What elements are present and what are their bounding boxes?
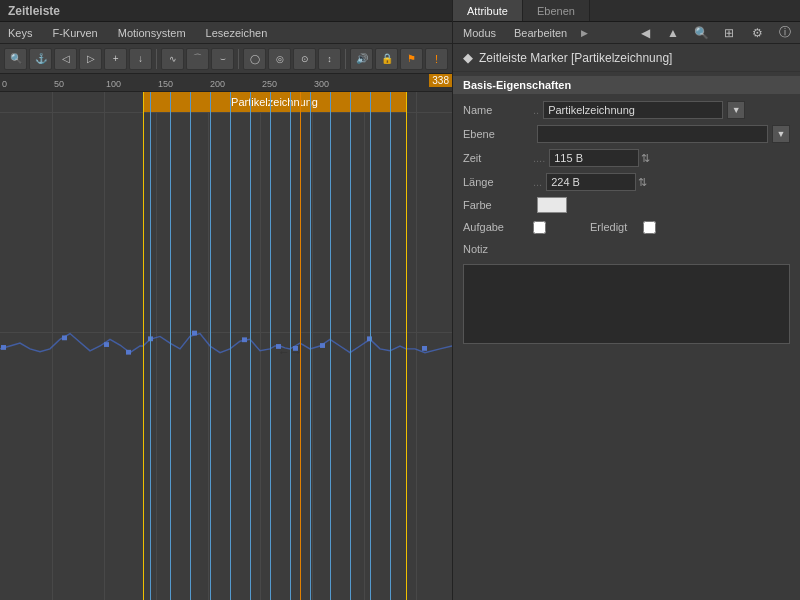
ebene-btn[interactable]: ▼ <box>772 125 790 143</box>
svg-rect-8 <box>293 346 298 351</box>
plus-button[interactable]: + <box>104 48 127 70</box>
notiz-label: Notiz <box>463 243 533 255</box>
settings-icon-btn[interactable]: ⚙ <box>748 24 766 42</box>
ebene-label: Ebene <box>463 128 533 140</box>
anchor-button[interactable]: ⚓ <box>29 48 52 70</box>
menu-arrow: ▶ <box>581 28 588 38</box>
keyframe-line <box>250 92 251 600</box>
track-name: Partikelzeichnung <box>231 96 318 108</box>
ruler-0: 0 <box>2 74 7 91</box>
grid-line <box>208 92 209 600</box>
excl-button[interactable]: ! <box>425 48 448 70</box>
name-label: Name <box>463 104 533 116</box>
circle2-button[interactable]: ◎ <box>268 48 291 70</box>
menu-bearbeiten[interactable]: Bearbeiten <box>510 25 571 41</box>
info-icon-btn[interactable]: ⓘ <box>776 24 794 42</box>
title-bar: Zeitleiste <box>0 0 452 22</box>
menu-lesezeichen[interactable]: Lesezeichen <box>202 25 272 41</box>
laenge-spinner[interactable]: ⇅ <box>638 176 647 189</box>
keyframe-line <box>210 92 211 600</box>
props-section: Basis-Eigenschaften Name .. ▼ Ebene ▼ Ze… <box>453 72 800 352</box>
prop-row-name: Name .. ▼ <box>453 98 800 122</box>
farbe-label: Farbe <box>463 199 533 211</box>
zeit-label: Zeit <box>463 152 533 164</box>
marker-line-end <box>406 92 407 600</box>
menu-fkurven[interactable]: F-Kurven <box>48 25 101 41</box>
keyframe-line <box>150 92 151 600</box>
name-input[interactable] <box>543 101 723 119</box>
arrow-left-button[interactable]: ◁ <box>54 48 77 70</box>
timeline-panel: Zeitleiste Keys F-Kurven Motionsystem Le… <box>0 0 452 600</box>
svg-rect-3 <box>126 350 131 355</box>
lock-button[interactable]: 🔒 <box>375 48 398 70</box>
note-textarea[interactable] <box>468 269 785 339</box>
marker-header: ◆ Zeitleiste Marker [Partikelzeichnung] <box>453 44 800 72</box>
speaker-button[interactable]: 🔊 <box>350 48 373 70</box>
keyframe-line <box>350 92 351 600</box>
menu-keys[interactable]: Keys <box>4 25 36 41</box>
erledigt-checkbox[interactable] <box>643 221 656 234</box>
attr-panel: Attribute Ebenen Modus Bearbeiten ▶ ◀ ▲ … <box>452 0 800 600</box>
search-button[interactable]: 🔍 <box>4 48 27 70</box>
aufgabe-label: Aufgabe <box>463 221 533 233</box>
minus-button[interactable]: ↓ <box>129 48 152 70</box>
name-extra-btn[interactable]: ▼ <box>727 101 745 119</box>
laenge-label: Länge <box>463 176 533 188</box>
track-bar[interactable]: Partikelzeichnung <box>143 92 406 112</box>
keyframe-line <box>310 92 311 600</box>
ruler-300: 300 <box>314 74 329 91</box>
zeit-input[interactable] <box>549 149 639 167</box>
menu-bar: Keys F-Kurven Motionsystem Lesezeichen <box>0 22 452 44</box>
ruler-50: 50 <box>54 74 64 91</box>
tab-ebenen[interactable]: Ebenen <box>523 0 590 21</box>
basis-header: Basis-Eigenschaften <box>453 76 800 94</box>
svg-rect-7 <box>276 344 281 349</box>
timeline-ruler: 0 50 100 150 200 250 300 338 <box>0 74 452 92</box>
keyframe-line <box>230 92 231 600</box>
keyframe-line <box>190 92 191 600</box>
wave3-button[interactable]: ⌣ <box>211 48 234 70</box>
zeit-spinner[interactable]: ⇅ <box>641 152 650 165</box>
separator-2 <box>238 49 239 69</box>
ruler-250: 250 <box>262 74 277 91</box>
wave1-button[interactable]: ∿ <box>161 48 184 70</box>
move-button[interactable]: ↕ <box>318 48 341 70</box>
keyframe-line <box>330 92 331 600</box>
back-icon-btn[interactable]: ◀ <box>636 24 654 42</box>
laenge-input[interactable] <box>546 173 636 191</box>
circle1-button[interactable]: ◯ <box>243 48 266 70</box>
keyframe-line <box>370 92 371 600</box>
h-track-line-2 <box>0 332 452 333</box>
end-frame-counter: 338 <box>429 74 452 87</box>
separator-1 <box>156 49 157 69</box>
svg-rect-9 <box>320 343 325 348</box>
grid-line <box>52 92 53 600</box>
grid-line <box>156 92 157 600</box>
keyframe-line <box>290 92 291 600</box>
arrow-right-button[interactable]: ▷ <box>79 48 102 70</box>
search-icon-btn[interactable]: 🔍 <box>692 24 710 42</box>
note-textarea-container <box>463 264 790 344</box>
attr-menu: Modus Bearbeiten ▶ ◀ ▲ 🔍 ⊞ ⚙ ⓘ <box>453 22 800 44</box>
track-area[interactable]: Partikelzeichnung <box>0 92 452 600</box>
tab-attribute[interactable]: Attribute <box>453 0 523 21</box>
aufgabe-checkbox[interactable] <box>533 221 546 234</box>
menu-modus[interactable]: Modus <box>459 25 500 41</box>
flag-button[interactable]: ⚑ <box>400 48 423 70</box>
grid-line <box>104 92 105 600</box>
attr-tabs: Attribute Ebenen <box>453 0 800 22</box>
app-title: Zeitleiste <box>8 4 60 18</box>
ruler-100: 100 <box>106 74 121 91</box>
grid-line <box>364 92 365 600</box>
svg-rect-1 <box>62 335 67 340</box>
menu-motionsystem[interactable]: Motionsystem <box>114 25 190 41</box>
arrow-up-icon-btn[interactable]: ▲ <box>664 24 682 42</box>
wave2-button[interactable]: ⌒ <box>186 48 209 70</box>
grid-line <box>260 92 261 600</box>
separator-3 <box>345 49 346 69</box>
color-swatch[interactable] <box>537 197 567 213</box>
grid-icon-btn[interactable]: ⊞ <box>720 24 738 42</box>
circle3-button[interactable]: ⊙ <box>293 48 316 70</box>
svg-rect-11 <box>422 346 427 351</box>
keyframe-line <box>270 92 271 600</box>
